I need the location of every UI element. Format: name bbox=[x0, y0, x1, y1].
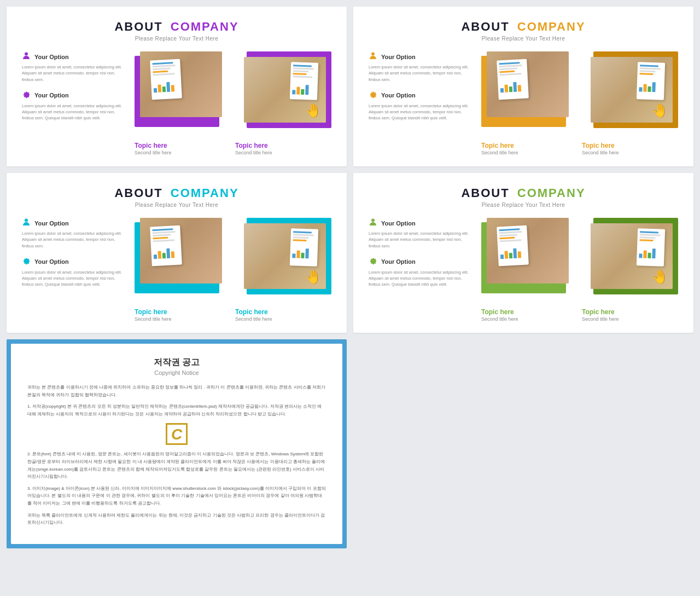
topic-2-cyan: Topic here Second title here bbox=[235, 308, 331, 322]
copyright-title-kr: 저작권 공고 bbox=[27, 357, 326, 368]
svg-point-2 bbox=[25, 219, 28, 222]
person-icon-cyan bbox=[22, 218, 31, 228]
slide-body-purple: Your Option Lorem ipsum dolor sit amet, … bbox=[22, 51, 331, 155]
slide-orange: ABOUT COMPANY Please Replace Your Text H… bbox=[353, 7, 693, 166]
topic-2-green: Topic here Second title here bbox=[582, 308, 678, 322]
option-2-green: Your Option Lorem ipsum dolor sit amet, … bbox=[369, 257, 472, 288]
topics-row-purple: Topic here Second title here Topic here … bbox=[135, 142, 331, 155]
topic-1-green: Topic here Second title here bbox=[481, 308, 578, 322]
slide-subtitle-cyan: Please Replace Your Text Here bbox=[22, 202, 331, 208]
topics-row-cyan: Topic here Second title here Topic here … bbox=[135, 308, 331, 322]
option-1-orange: Your Option Lorem ipsum dolor sit amet, … bbox=[369, 51, 472, 83]
copyright-para-1: 귀하는 본 콘텐츠를 이용하시기 전에 나중에 위치하여 소유하는 중요한 정보… bbox=[27, 384, 326, 398]
copyright-body: 귀하는 본 콘텐츠를 이용하시기 전에 나중에 위치하여 소유하는 중요한 정보… bbox=[27, 384, 326, 526]
gear-icon-orange bbox=[369, 90, 377, 101]
photo-right-cyan: 🤚 bbox=[244, 223, 326, 289]
slide-title-orange: ABOUT COMPANY bbox=[369, 20, 678, 34]
slide-header-green: ABOUT COMPANY Please Replace Your Text H… bbox=[369, 186, 678, 208]
person-icon-green bbox=[369, 218, 377, 228]
slide-title-green: ABOUT COMPANY bbox=[369, 186, 678, 200]
photo-left-orange bbox=[487, 51, 569, 117]
slide-left-orange: Your Option Lorem ipsum dolor sit amet, … bbox=[369, 51, 472, 129]
image-collage-orange: 🤚 bbox=[481, 51, 678, 136]
copyright-logo: C bbox=[166, 423, 188, 445]
slide-title-purple: ABOUT COMPANY bbox=[22, 20, 331, 34]
copyright-para-4: 3. 이미지(image) & 아이콘(icon) 본 사용된 신라, 이미지에… bbox=[27, 485, 326, 507]
gear-icon-green bbox=[369, 257, 377, 267]
photo-right-orange: 🤚 bbox=[591, 57, 673, 123]
slide-left-green: Your Option Lorem ipsum dolor sit amet, … bbox=[369, 218, 472, 296]
person-icon-purple bbox=[22, 51, 31, 62]
slide-body-green: Your Option Lorem ipsum dolor sit amet, … bbox=[369, 218, 678, 322]
svg-point-1 bbox=[371, 53, 375, 56]
slide-header-orange: ABOUT COMPANY Please Replace Your Text H… bbox=[369, 20, 678, 42]
copyright-para-3: 2. 폰트(font) 콘텐츠 내에 미 사용된, 영문 폰트는, 세이봇이 사… bbox=[27, 450, 326, 480]
slide-title-cyan: ABOUT COMPANY bbox=[22, 186, 331, 200]
topics-row-green: Topic here Second title here Topic here … bbox=[481, 308, 678, 322]
copyright-section: 저작권 공고 Copyright Notice 귀하는 본 콘텐츠를 이용하시기… bbox=[7, 339, 347, 548]
empty-section bbox=[353, 339, 693, 548]
copyright-title-en: Copyright Notice bbox=[27, 369, 326, 376]
topic-1-cyan: Topic here Second title here bbox=[135, 308, 231, 322]
gear-icon-cyan bbox=[22, 257, 31, 267]
slide-purple: ABOUT COMPANY Please Replace Your Text H… bbox=[7, 7, 347, 166]
slide-header-cyan: ABOUT COMPANY Please Replace Your Text H… bbox=[22, 186, 331, 208]
topic-1-purple: Topic here Second title here bbox=[135, 142, 231, 155]
photo-right-green: 🤚 bbox=[591, 223, 673, 289]
slide-left-cyan: Your Option Lorem ipsum dolor sit amet, … bbox=[22, 218, 126, 296]
slide-subtitle-purple: Please Replace Your Text Here bbox=[22, 36, 331, 42]
image-collage-green: 🤚 bbox=[481, 218, 678, 303]
option-2-orange: Your Option Lorem ipsum dolor sit amet, … bbox=[369, 90, 472, 121]
topics-row-orange: Topic here Second title here Topic here … bbox=[481, 142, 678, 155]
slide-right-orange: 🤚 Topic here Second title here Topic her… bbox=[481, 51, 678, 155]
slide-right-green: 🤚 Topic here Second title here Topic her… bbox=[481, 218, 678, 322]
topic-2-orange: Topic here Second title here bbox=[582, 142, 678, 155]
slide-subtitle-green: Please Replace Your Text Here bbox=[369, 202, 678, 208]
slide-left-purple: Your Option Lorem ipsum dolor sit amet, … bbox=[22, 51, 126, 129]
slide-cyan: ABOUT COMPANY Please Replace Your Text H… bbox=[7, 173, 347, 333]
topic-1-orange: Topic here Second title here bbox=[481, 142, 578, 155]
copyright-para-5: 귀하는 목록 클라이언트에게 신계적 사용하며 제한도 올리에게이는 위는 현재… bbox=[27, 512, 326, 526]
slide-header-purple: ABOUT COMPANY Please Replace Your Text H… bbox=[22, 20, 331, 42]
slide-body-cyan: Your Option Lorem ipsum dolor sit amet, … bbox=[22, 218, 331, 322]
option-2-purple: Your Option Lorem ipsum dolor sit amet, … bbox=[22, 90, 126, 121]
option-1-purple: Your Option Lorem ipsum dolor sit amet, … bbox=[22, 51, 126, 83]
copyright-inner: 저작권 공고 Copyright Notice 귀하는 본 콘텐츠를 이용하시기… bbox=[11, 344, 342, 544]
slide-right-cyan: 🤚 Topic here Second title here Topic her… bbox=[135, 218, 331, 322]
photo-left-cyan bbox=[140, 218, 222, 283]
svg-point-0 bbox=[25, 53, 28, 56]
image-collage-purple: 🤚 bbox=[135, 51, 331, 136]
image-collage-cyan: 🤚 bbox=[135, 218, 331, 303]
option-1-cyan: Your Option Lorem ipsum dolor sit amet, … bbox=[22, 218, 126, 249]
copyright-para-2: 1. 저작권(copyright) 본 귀 콘텐츠의 모든 히 성분하는 일반적… bbox=[27, 403, 326, 418]
gear-icon-purple bbox=[22, 90, 31, 101]
photo-right-purple: 🤚 bbox=[244, 57, 326, 123]
slide-subtitle-orange: Please Replace Your Text Here bbox=[369, 36, 678, 42]
topic-2-purple: Topic here Second title here bbox=[235, 142, 331, 155]
option-1-green: Your Option Lorem ipsum dolor sit amet, … bbox=[369, 218, 472, 249]
photo-left-green bbox=[487, 218, 569, 283]
slide-right-purple: 🤚 Topic here Second title here Topic her… bbox=[135, 51, 331, 155]
person-icon-orange bbox=[369, 51, 377, 62]
option-2-cyan: Your Option Lorem ipsum dolor sit amet, … bbox=[22, 257, 126, 288]
main-grid: ABOUT COMPANY Please Replace Your Text H… bbox=[0, 0, 700, 555]
svg-point-3 bbox=[371, 219, 375, 222]
slide-body-orange: Your Option Lorem ipsum dolor sit amet, … bbox=[369, 51, 678, 155]
photo-left-purple bbox=[140, 51, 222, 117]
slide-green: ABOUT COMPANY Please Replace Your Text H… bbox=[353, 173, 693, 333]
